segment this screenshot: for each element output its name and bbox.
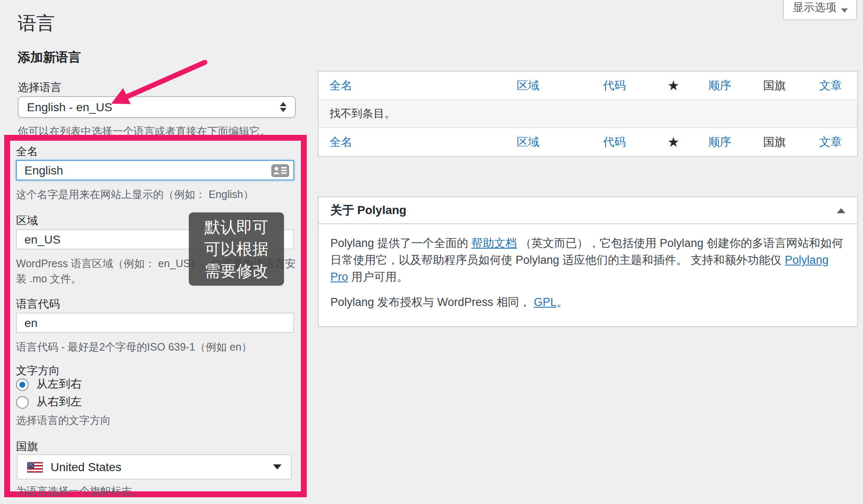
column-header-default-star-icon: ★ (652, 134, 694, 150)
column-header-order[interactable]: 顺序 (694, 78, 745, 93)
about-text: 。 (557, 296, 568, 308)
language-select[interactable]: English - en_US (18, 96, 296, 118)
column-header-locale[interactable]: 区域 (480, 78, 576, 93)
language-select-value: English - en_US (27, 100, 280, 114)
about-paragraph-2: Polylang 发布授权与 WordPress 相同， GPL。 (330, 294, 844, 311)
rtl-radio-label: 从右到左 (36, 394, 82, 410)
ltr-radio[interactable] (16, 378, 29, 391)
about-panel-header[interactable]: 关于 Polylang (319, 197, 857, 224)
language-code-input[interactable] (16, 313, 294, 333)
language-code-help: 语言代码 - 最好是2个字母的ISO 639-1（例如 en） (16, 340, 252, 355)
lang-table-footer-columns-row: 全名区域代码★顺序国旗文章 (319, 128, 857, 156)
ltr-radio-label: 从左到右 (36, 377, 82, 392)
flag-help: 为语言选择一个旗帜标志。 (16, 484, 142, 499)
about-link[interactable]: 帮助文档 (472, 237, 517, 249)
locale-label: 区域 (16, 213, 38, 228)
lang-table-header-columns-row: 全名区域代码★顺序国旗文章 (319, 72, 857, 99)
table-empty-row: 找不到条目。 (319, 99, 857, 128)
column-header-posts[interactable]: 文章 (804, 78, 857, 93)
column-header-name[interactable]: 全名 (319, 78, 480, 93)
text-direction-label: 文字方向 (16, 363, 60, 378)
languages-table: 全名区域代码★顺序国旗文章 找不到条目。 全名区域代码★顺序国旗文章 (318, 71, 858, 157)
column-header-posts[interactable]: 文章 (804, 134, 857, 150)
table-empty-text: 找不到条目。 (330, 106, 395, 121)
flag-label: 国旗 (16, 439, 38, 454)
chevron-down-icon (841, 8, 847, 13)
column-header-code[interactable]: 代码 (576, 134, 652, 150)
column-header-default-star-icon: ★ (652, 78, 694, 94)
choose-language-help: 你可以在列表中选择一个语言或者直接在下面编辑它。 (18, 124, 271, 139)
about-text: 用户可用。 (348, 271, 408, 283)
column-header-flag: 国旗 (745, 78, 804, 93)
about-panel-title: 关于 Polylang (330, 203, 837, 218)
page-title: 语言 (18, 11, 55, 36)
us-flag-icon (27, 461, 43, 472)
fullname-help: 这个名字是用来在网站上显示的（例如： English） (16, 187, 254, 202)
select-stepper-icon (280, 102, 287, 112)
locale-input[interactable] (16, 229, 294, 249)
fullname-label: 全名 (16, 144, 38, 159)
screen-options-tab[interactable]: 显示选项 (783, 0, 857, 20)
column-header-order[interactable]: 顺序 (694, 134, 745, 150)
about-paragraph-1: Polylang 提供了一个全面的 帮助文档 （英文而已），它包括使用 Poly… (330, 235, 844, 286)
about-text: Polylang 发布授权与 WordPress 相同， (330, 296, 534, 308)
column-header-flag: 国旗 (745, 134, 804, 150)
column-header-code[interactable]: 代码 (576, 78, 652, 93)
flag-caret-icon (273, 464, 281, 469)
fullname-input[interactable] (16, 160, 294, 180)
column-header-name[interactable]: 全名 (319, 134, 480, 150)
flag-select[interactable]: United States (17, 454, 292, 480)
language-code-label: 语言代码 (16, 297, 60, 312)
flag-select-value: United States (51, 460, 273, 474)
about-panel-body: Polylang 提供了一个全面的 帮助文档 （英文而已），它包括使用 Poly… (319, 224, 857, 326)
about-polylang-panel: 关于 Polylang Polylang 提供了一个全面的 帮助文档 （英文而已… (318, 196, 858, 327)
column-header-locale[interactable]: 区域 (480, 134, 576, 150)
choose-language-label: 选择语言 (18, 80, 62, 95)
about-text: Polylang 提供了一个全面的 (330, 237, 472, 249)
about-link[interactable]: GPL (534, 296, 557, 308)
text-direction-help: 选择语言的文字方向 (16, 413, 111, 428)
rtl-radio[interactable] (16, 396, 29, 408)
screen-options-label: 显示选项 (793, 0, 836, 15)
add-language-heading: 添加新语言 (18, 50, 81, 66)
locale-help: WordPress 语言区域（例如： en_US）。你需要为该语言安装 .mo … (16, 256, 301, 287)
collapse-toggle-icon[interactable] (837, 208, 845, 213)
languages-admin-page: 显示选项 语言 添加新语言 选择语言 English - en_US 你可以在列… (0, 0, 863, 504)
